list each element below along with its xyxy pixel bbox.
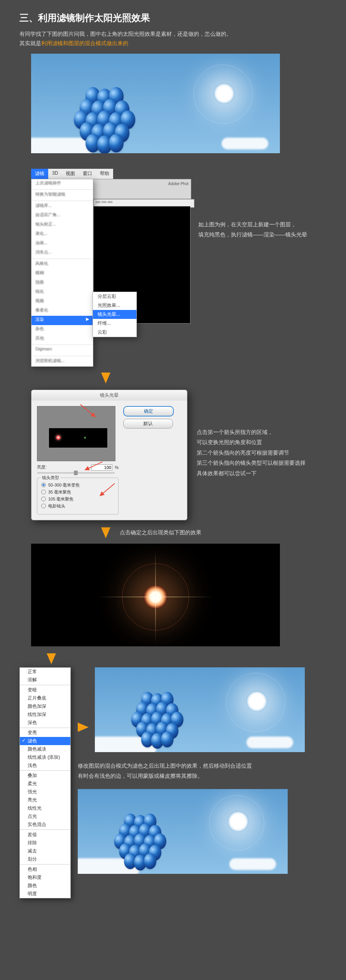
blend-mode-线性减淡 (添加)[interactable]: 线性减淡 (添加) [20,753,70,761]
menubar-item-filter[interactable]: 滤镜 [31,169,48,179]
arrow-down-icon-1 [101,373,110,383]
blend-mode-差值[interactable]: 差值 [20,831,70,839]
blend-mode-实色混合[interactable]: 实色混合 [20,821,70,829]
dialog-title: 镜头光晕 [31,390,187,401]
filter-dropdown: 上次滤镜操作 转换为智能滤镜 滤镜库... 自适应广角... 镜头校正... 液… [31,179,93,367]
menubar-item-3d[interactable]: 3D [48,169,62,179]
blend-mode-变亮[interactable]: 变亮 [20,729,70,737]
blend-mode-柔光[interactable]: 柔光 [20,780,70,788]
blend-mode-叠加[interactable]: 叠加 [20,772,70,780]
blend-mode-深色[interactable]: 深色 [20,719,70,727]
flare-result-image [31,544,280,646]
blend-mode-亮光[interactable]: 亮光 [20,796,70,804]
submenu-clouds[interactable]: 云彩 [93,328,136,337]
radio-105[interactable]: 105 毫米聚焦 [41,496,114,502]
final-image [78,789,288,874]
blend-mode-线性光[interactable]: 线性光 [20,804,70,812]
flare-preview[interactable] [37,406,115,461]
submenu-lens-flare[interactable]: 镜头光晕... [93,310,136,319]
blend-mode-点光[interactable]: 点光 [20,812,70,821]
blend-mode-强光[interactable]: 强光 [20,788,70,796]
result-image-screen-blend [95,667,305,752]
menubar-item-view[interactable]: 视图 [62,169,79,179]
blend-mode-排除[interactable]: 排除 [20,839,70,847]
blend-mode-浅色[interactable]: 浅色 [20,761,70,770]
filter-menu-render[interactable]: 渲染▶ [31,316,93,325]
intro-highlight: 利用滤镜和图层的混合模式做出来的 [41,40,128,46]
blend-mode-颜色减淡[interactable]: 颜色减淡 [20,745,70,753]
brightness-unit: % [115,465,119,470]
submenu-clouds-diff[interactable]: 分层云彩 [93,292,136,301]
blend-mode-线性加深[interactable]: 线性加深 [20,710,70,719]
section-title: 三、利用滤镜制作太阳光照效果 [19,12,327,24]
blend-mode-划分[interactable]: 划分 [20,855,70,863]
blend-mode-溶解[interactable]: 溶解 [20,676,70,684]
radio-movie[interactable]: 电影镜头 [41,503,114,509]
annotation-1: 如上图为例，在天空层上新建一个图层， 填充纯黑色，执行滤镜——渲染——镜头光晕 [198,219,307,240]
lens-flare-dialog: 镜头光晕 亮度: % 镜头类型 50-300 毫米变焦 [31,390,187,520]
blend-mode-减去[interactable]: 减去 [20,847,70,855]
blend-mode-颜色[interactable]: 颜色 [20,882,70,890]
blend-mode-menu: 正常溶解变暗正片叠底颜色加深线性加深深色变亮滤色颜色减淡线性减淡 (添加)浅色叠… [19,667,71,898]
intro-prefix: 其实就是 [19,40,41,46]
blend-mode-正常[interactable]: 正常 [20,668,70,676]
annotation-3: 点击确定之后出现类似下图的效果 [120,527,201,538]
arrow-down-icon-2 [101,527,110,538]
default-button[interactable]: 默认 [123,419,173,429]
submenu-lighting[interactable]: 光照效果... [93,301,136,310]
blend-mode-滤色[interactable]: 滤色 [20,737,70,745]
menubar-item-help[interactable]: 帮助 [96,169,113,179]
intro-text-1: 有同学找了下图的图片问我，图中右上角的太阳光照效果是素材，还是做的，怎么做的。 [19,30,327,39]
render-submenu: 分层云彩 光照效果... 镜头光晕... 纤维... 云彩 [93,292,137,337]
blend-mode-正片叠底[interactable]: 正片叠底 [20,694,70,702]
blend-mode-颜色加深[interactable]: 颜色加深 [20,702,70,710]
blend-mode-色相[interactable]: 色相 [20,865,70,873]
lens-type-group: 镜头类型 50-300 毫米变焦 35 毫米聚焦 105 毫米聚焦 电影镜头 [37,478,119,514]
ok-button[interactable]: 确定 [123,406,174,416]
brightness-label: 亮度: [37,464,47,470]
menubar: 滤镜 3D 视图 窗口 帮助 [31,169,190,179]
menubar-item-window[interactable]: 窗口 [79,169,96,179]
arrow-down-icon-3 [47,653,56,664]
annotation-4: 修改图层的混合模式为滤色之后出现上图中的效果，然后移动到合适位置 有时会有浅色的… [78,761,305,781]
example-image-sky-balloons [31,54,280,153]
annotation-2: 点击第一个箭头所指方的区域， 可以变换光照的角度和位置 第二个箭头指向的亮度可根… [197,427,306,479]
photoshop-menu-screenshot: 滤镜 3D 视图 窗口 帮助 ▯3D 模式:Adobe Phot , RGB/8… [31,169,190,371]
blend-mode-饱和度[interactable]: 饱和度 [20,873,70,882]
intro-text-2: 其实就是利用滤镜和图层的混合模式做出来的 [19,39,327,48]
arrow-right-icon [78,723,89,732]
blend-mode-明度[interactable]: 明度 [20,890,70,898]
brightness-slider[interactable] [37,472,115,474]
lens-type-legend: 镜头类型 [40,475,61,481]
radio-50-300[interactable]: 50-300 毫米变焦 [41,482,114,488]
submenu-fibers[interactable]: 纤维... [93,319,136,328]
blend-mode-变暗[interactable]: 变暗 [20,686,70,694]
